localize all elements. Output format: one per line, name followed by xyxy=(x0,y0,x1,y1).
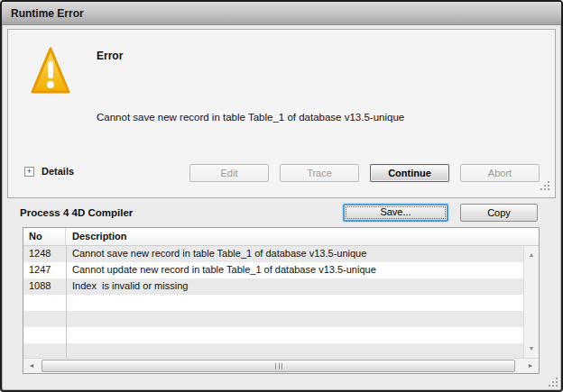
error-description: Cannot update new record in table Table_… xyxy=(66,262,539,278)
panel-resize-grip-icon[interactable] xyxy=(548,188,549,190)
details-toggle[interactable]: + Details xyxy=(24,166,74,177)
table-row[interactable]: 1088 Index is invalid or missing xyxy=(23,278,539,295)
error-heading: Error xyxy=(97,50,123,62)
save-button[interactable]: Save... xyxy=(343,204,448,222)
error-table: No Description 1248 Cannot save new reco… xyxy=(23,227,540,374)
abort-button[interactable]: Abort xyxy=(460,164,540,182)
dialog-content: Error Cannot save new record in table Ta… xyxy=(2,25,561,390)
error-number: 1247 xyxy=(23,262,66,278)
error-number: 1248 xyxy=(23,246,66,262)
error-description: Index is invalid or missing xyxy=(66,278,539,295)
table-header: No Description xyxy=(23,228,539,246)
warning-icon xyxy=(30,45,71,97)
error-message: Cannot save new record in table Table_1 … xyxy=(97,112,404,123)
title-bar[interactable]: Runtime Error xyxy=(2,2,561,25)
continue-button[interactable]: Continue xyxy=(370,164,449,182)
scroll-down-icon[interactable]: ▼ xyxy=(524,342,539,356)
vertical-scrollbar[interactable]: ▲ ▼ xyxy=(523,246,539,358)
error-description: Cannot save new record in table Table_1 … xyxy=(66,246,539,262)
table-body: 1248 Cannot save new record in table Tab… xyxy=(23,246,539,358)
horizontal-scroll-thumb[interactable] xyxy=(42,360,515,372)
error-panel: Error Cannot save new record in table Ta… xyxy=(7,29,556,198)
expand-plus-icon[interactable]: + xyxy=(24,167,34,177)
scroll-up-icon[interactable]: ▲ xyxy=(524,248,539,262)
edit-button[interactable]: Edit xyxy=(189,164,269,182)
process-label: Process 4 4D Compiler xyxy=(20,207,133,218)
runtime-error-dialog: Runtime Error Error Canno xyxy=(0,0,563,392)
horizontal-scrollbar[interactable]: ◄ ► xyxy=(23,358,539,373)
error-number: 1088 xyxy=(23,278,66,295)
table-row[interactable]: 1248 Cannot save new record in table Tab… xyxy=(23,246,539,262)
scroll-left-icon[interactable]: ◄ xyxy=(24,359,39,373)
scroll-right-icon[interactable]: ► xyxy=(523,359,538,373)
process-section: Process 4 4D Compiler Save... Copy xyxy=(7,203,556,224)
table-row[interactable]: 1247 Cannot update new record in table T… xyxy=(23,262,539,278)
scroll-thumb-grip-icon xyxy=(275,363,282,369)
details-label: Details xyxy=(42,166,74,177)
copy-button[interactable]: Copy xyxy=(460,204,538,222)
column-header-no: No xyxy=(23,228,66,245)
window-title: Runtime Error xyxy=(11,7,84,20)
trace-button[interactable]: Trace xyxy=(280,164,359,182)
window-resize-grip-icon[interactable] xyxy=(556,385,558,387)
column-header-description: Description xyxy=(66,228,539,245)
